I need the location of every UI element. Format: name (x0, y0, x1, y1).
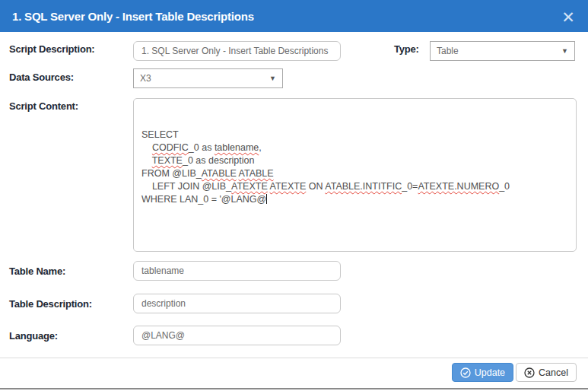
language-input[interactable] (133, 326, 341, 345)
x-circle-icon (524, 367, 535, 378)
chevron-down-icon: ▼ (561, 48, 568, 55)
type-select-value: Table (437, 46, 459, 56)
type-select[interactable]: Table ▼ (430, 41, 575, 61)
footer-divider (0, 358, 588, 358)
data-sources-label: Data Sources: (9, 72, 74, 83)
type-label: Type: (394, 43, 419, 55)
bottom-bar (0, 388, 588, 389)
table-name-input[interactable] (133, 261, 341, 281)
script-content-label: Script Content: (9, 100, 78, 112)
chevron-down-icon: ▼ (269, 75, 276, 82)
dialog-header: 1. SQL Server Only - Insert Table Descri… (0, 0, 588, 32)
script-description-label: Script Description: (9, 43, 95, 55)
table-name-label: Table Name: (9, 265, 65, 277)
footer-buttons: Update Cancel (452, 363, 577, 382)
update-button[interactable]: Update (452, 363, 513, 382)
table-description-label: Table Description: (9, 298, 92, 310)
script-content-textarea[interactable]: SELECT CODFIC_0 as tablename, TEXTE_0 as… (133, 98, 577, 252)
resize-handle-icon[interactable] (565, 240, 574, 250)
check-circle-icon (460, 367, 471, 378)
language-label: Language: (9, 330, 58, 342)
dialog-title: 1. SQL Server Only - Insert Table Descri… (12, 10, 254, 23)
data-sources-select-value: X3 (140, 73, 151, 84)
script-content-text: SELECT CODFIC_0 as tablename, TEXTE_0 as… (141, 129, 568, 206)
data-sources-select[interactable]: X3 ▼ (133, 68, 283, 88)
update-button-label: Update (475, 367, 505, 378)
cancel-button[interactable]: Cancel (516, 363, 577, 382)
close-icon[interactable]: ✕ (558, 6, 579, 27)
edit-script-dialog: 1. SQL Server Only - Insert Table Descri… (0, 0, 588, 391)
table-description-input[interactable] (133, 294, 341, 313)
cancel-button-label: Cancel (539, 367, 568, 378)
script-description-input[interactable] (133, 41, 341, 61)
